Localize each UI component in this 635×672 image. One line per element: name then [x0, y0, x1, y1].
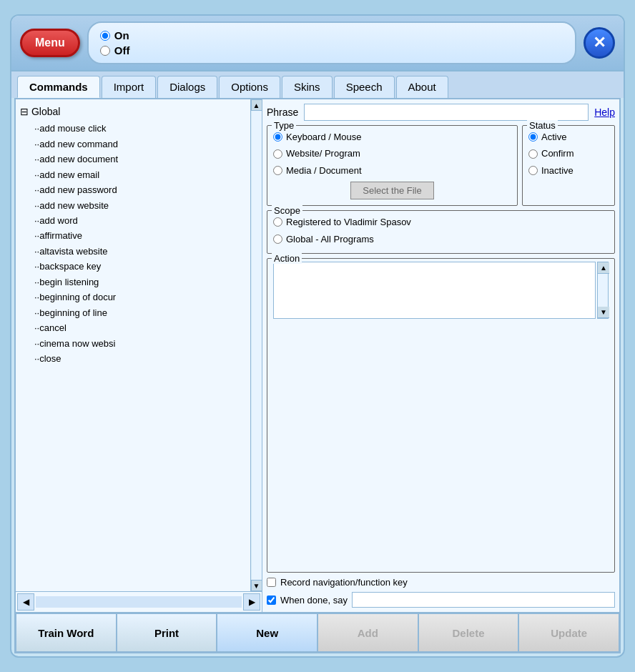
- status-confirm-label: Confirm: [541, 145, 574, 162]
- list-item[interactable]: ··add new command: [34, 137, 250, 152]
- list-item[interactable]: ··add mouse click: [34, 121, 250, 136]
- tree-hscroll-track: [36, 596, 242, 608]
- list-item[interactable]: ··altavista website: [34, 244, 250, 259]
- tree-root: ⊟ Global ··add mouse click··add new comm…: [20, 104, 250, 366]
- on-radio[interactable]: [100, 31, 110, 41]
- on-label: On: [114, 29, 129, 41]
- list-item[interactable]: ··beginning of docur: [34, 290, 250, 305]
- type-keyboard-radio[interactable]: [273, 132, 282, 142]
- status-active-radio[interactable]: [528, 132, 538, 142]
- bottom-toolbar: Train Word Print New Add Delete Update: [16, 612, 619, 652]
- status-inactive-radio[interactable]: [528, 166, 538, 175]
- type-media-label: Media / Document: [286, 162, 362, 179]
- tab-bar: Commands Import Dialogs Options Skins Sp…: [11, 71, 624, 98]
- tab-options[interactable]: Options: [219, 76, 280, 98]
- on-radio-label[interactable]: On: [100, 29, 563, 41]
- status-active-option: Active: [528, 129, 609, 145]
- type-website-option: Website/ Program: [273, 145, 511, 162]
- print-button[interactable]: Print: [117, 613, 217, 652]
- action-scroll-track: [598, 274, 608, 307]
- record-nav-label: Record navigation/function key: [280, 577, 408, 588]
- type-group: Type Keyboard / Mouse Website/ Program M…: [267, 125, 518, 206]
- scope-global-option: Global - All Programs: [273, 231, 609, 247]
- record-nav-checkbox[interactable]: [267, 578, 276, 587]
- list-item[interactable]: ··add new email: [34, 167, 250, 182]
- list-item[interactable]: ··cinema now websi: [34, 336, 250, 351]
- status-confirm-option: Confirm: [528, 145, 609, 162]
- tree-scroll-area: ⊟ Global ··add mouse click··add new comm…: [16, 99, 262, 591]
- when-done-input[interactable]: [352, 592, 615, 608]
- tree-scroll-up[interactable]: ▲: [251, 99, 262, 111]
- right-panel: Phrase Help Type Keyboard / Mouse: [262, 99, 619, 612]
- tab-about[interactable]: About: [396, 76, 448, 98]
- type-website-radio[interactable]: [273, 149, 282, 159]
- status-inactive-label: Inactive: [541, 162, 574, 179]
- type-website-label: Website/ Program: [286, 145, 360, 162]
- help-link[interactable]: Help: [594, 107, 615, 118]
- train-word-button[interactable]: Train Word: [16, 613, 117, 652]
- when-done-row: When done, say: [267, 592, 615, 608]
- update-button: Update: [518, 613, 619, 652]
- action-scroll-down[interactable]: ▼: [598, 307, 609, 318]
- off-label: Off: [114, 44, 130, 56]
- type-media-option: Media / Document: [273, 162, 511, 179]
- tree-scroll-track: [252, 111, 262, 580]
- list-item[interactable]: ··backspace key: [34, 259, 250, 274]
- tab-skins[interactable]: Skins: [282, 76, 333, 98]
- tree-content: ⊟ Global ··add mouse click··add new comm…: [16, 99, 250, 591]
- tree-scroll-left[interactable]: ◀: [17, 593, 34, 611]
- new-button[interactable]: New: [217, 613, 318, 652]
- action-textarea-wrap: ▲ ▼: [273, 262, 609, 319]
- list-item[interactable]: ··begin listening: [34, 275, 250, 290]
- tab-import[interactable]: Import: [102, 76, 157, 98]
- add-button: Add: [318, 613, 418, 652]
- on-off-group: On Off: [87, 21, 576, 64]
- tree-root-label[interactable]: ⊟ Global: [20, 104, 250, 119]
- type-label: Type: [272, 120, 296, 131]
- scope-registered-radio[interactable]: [273, 217, 282, 227]
- tab-dialogs[interactable]: Dialogs: [157, 76, 217, 98]
- type-media-radio[interactable]: [273, 166, 282, 175]
- status-group: Status Active Confirm Inactive: [522, 125, 615, 206]
- status-confirm-radio[interactable]: [528, 149, 538, 159]
- tree-scroll-right[interactable]: ▶: [243, 593, 260, 611]
- action-group: Action ▲ ▼: [267, 258, 615, 573]
- list-item[interactable]: ··affirmative: [34, 228, 250, 243]
- off-radio-label[interactable]: Off: [100, 44, 563, 56]
- when-done-label: When done, say: [280, 595, 348, 606]
- when-done-checkbox[interactable]: [267, 596, 276, 605]
- action-vscroll: ▲ ▼: [597, 262, 609, 319]
- list-item[interactable]: ··close: [34, 351, 250, 366]
- tab-commands[interactable]: Commands: [17, 76, 100, 98]
- action-scroll-up[interactable]: ▲: [598, 262, 609, 274]
- scope-registered-label: Registered to Vladimir Spasov: [286, 214, 411, 230]
- status-active-label: Active: [541, 129, 566, 145]
- app-window: Menu On Off ✕ Commands Import Dialogs Op…: [10, 14, 625, 658]
- action-textarea[interactable]: [273, 262, 596, 319]
- status-inactive-option: Inactive: [528, 162, 609, 179]
- list-item[interactable]: ··cancel: [34, 320, 250, 335]
- tree-vscroll: ▲ ▼: [250, 99, 262, 591]
- off-radio[interactable]: [100, 46, 110, 56]
- scope-global-radio[interactable]: [273, 234, 282, 244]
- tree-items: ··add mouse click··add new command··add …: [20, 121, 250, 366]
- tree-scroll-down[interactable]: ▼: [251, 580, 262, 591]
- select-file-button: Select the File: [350, 182, 433, 199]
- status-label: Status: [527, 120, 558, 131]
- phrase-input[interactable]: [304, 104, 589, 121]
- menu-button[interactable]: Menu: [20, 29, 80, 57]
- type-keyboard-option: Keyboard / Mouse: [273, 129, 511, 145]
- list-item[interactable]: ··add new password: [34, 182, 250, 197]
- tree-hscroll: ◀ ▶: [16, 591, 262, 612]
- title-bar: Menu On Off ✕: [11, 16, 624, 71]
- list-item[interactable]: ··beginning of line: [34, 305, 250, 320]
- close-button[interactable]: ✕: [584, 27, 615, 59]
- record-nav-row: Record navigation/function key: [267, 577, 615, 588]
- tab-speech[interactable]: Speech: [334, 76, 395, 98]
- scope-registered-option: Registered to Vladimir Spasov: [273, 214, 609, 230]
- list-item[interactable]: ··add new website: [34, 198, 250, 213]
- list-item[interactable]: ··add new document: [34, 152, 250, 167]
- type-keyboard-label: Keyboard / Mouse: [286, 129, 362, 145]
- list-item[interactable]: ··add word: [34, 213, 250, 228]
- content-area: ⊟ Global ··add mouse click··add new comm…: [16, 99, 619, 612]
